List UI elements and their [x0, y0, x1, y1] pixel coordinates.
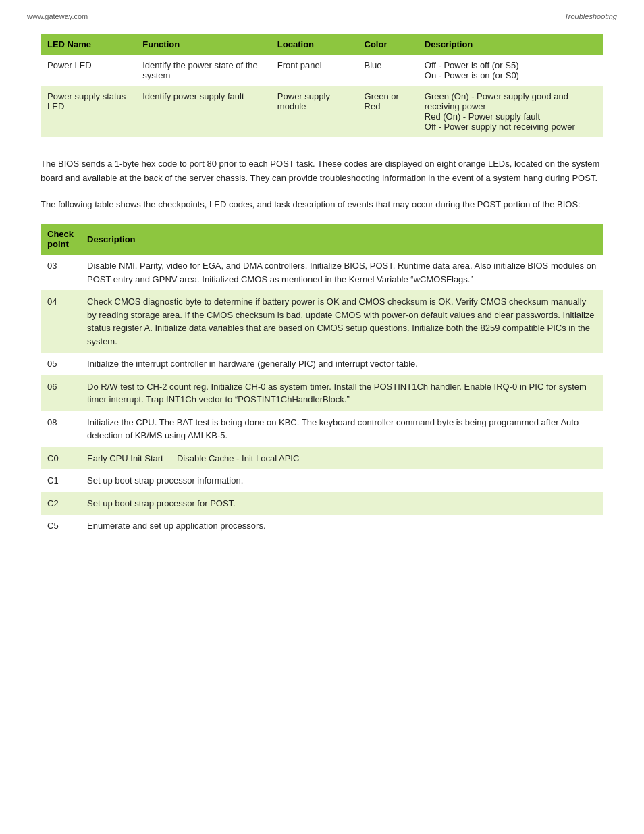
post-intro: The following table shows the checkpoint…: [41, 198, 603, 212]
post-checkpoint: 05: [41, 353, 80, 375]
post-checkpoint: C5: [41, 515, 80, 538]
post-checkpoint: C1: [41, 469, 80, 492]
led-name: Power LED: [41, 55, 136, 86]
post-table: Check point Description 03Disable NMI, P…: [41, 224, 603, 538]
led-col-color: Color: [358, 34, 418, 55]
post-checkpoint: 06: [41, 375, 80, 411]
led-location: Front panel: [271, 55, 358, 86]
led-table: LED Name Function Location Color Descrip…: [41, 34, 603, 137]
post-description: Early CPU Init Start — Disable Cache - I…: [80, 447, 603, 470]
led-name: Power supply status LED: [41, 86, 136, 137]
led-col-function: Function: [136, 34, 271, 55]
post-description: Initialize the CPU. The BAT test is bein…: [80, 411, 603, 447]
post-table-row: 03Disable NMI, Parity, video for EGA, an…: [41, 255, 603, 290]
led-location: Power supply module: [271, 86, 358, 137]
post-description: Initialize the interrupt controller in h…: [80, 353, 603, 375]
led-col-name: LED Name: [41, 34, 136, 55]
post-description: Set up boot strap processor for POST.: [80, 492, 603, 515]
post-description: Check CMOS diagnostic byte to determine …: [80, 290, 603, 353]
header-right: Troubleshooting: [564, 12, 617, 20]
post-description: Disable NMI, Parity, video for EGA, and …: [80, 255, 603, 290]
post-description: Enumerate and set up application process…: [80, 515, 603, 538]
post-checkpoint: C0: [41, 447, 80, 470]
header-left: www.gateway.com: [27, 12, 88, 20]
post-table-row: C1Set up boot strap processor informatio…: [41, 469, 603, 492]
led-function: Identify the power state of the system: [136, 55, 271, 86]
page-header: www.gateway.com Troubleshooting: [0, 0, 644, 27]
post-description: Do R/W test to CH-2 count reg. Initializ…: [80, 375, 603, 411]
led-table-row: Power LEDIdentify the power state of the…: [41, 55, 603, 86]
post-description: Set up boot strap processor information.: [80, 469, 603, 492]
post-table-row: 04Check CMOS diagnostic byte to determin…: [41, 290, 603, 353]
led-function: Identify power supply fault: [136, 86, 271, 137]
post-checkpoint: 08: [41, 411, 80, 447]
post-table-row: 06Do R/W test to CH-2 count reg. Initial…: [41, 375, 603, 411]
post-col-checkpoint: Check point: [41, 224, 80, 255]
led-col-location: Location: [271, 34, 358, 55]
post-table-row: C0Early CPU Init Start — Disable Cache -…: [41, 447, 603, 470]
post-col-description: Description: [80, 224, 603, 255]
post-checkpoint: 04: [41, 290, 80, 353]
post-table-row: 05Initialize the interrupt controller in…: [41, 353, 603, 375]
post-table-row: 08Initialize the CPU. The BAT test is be…: [41, 411, 603, 447]
led-color: Blue: [358, 55, 418, 86]
bios-paragraph: The BIOS sends a 1-byte hex code to port…: [41, 157, 603, 186]
post-table-row: C2Set up boot strap processor for POST.: [41, 492, 603, 515]
led-table-row: Power supply status LEDIdentify power su…: [41, 86, 603, 137]
led-description: Off - Power is off (or S5) On - Power is…: [418, 55, 603, 86]
post-checkpoint: 03: [41, 255, 80, 290]
led-color: Green or Red: [358, 86, 418, 137]
post-checkpoint: C2: [41, 492, 80, 515]
led-col-description: Description: [418, 34, 603, 55]
led-description: Green (On) - Power supply good and recei…: [418, 86, 603, 137]
post-table-row: C5Enumerate and set up application proce…: [41, 515, 603, 538]
